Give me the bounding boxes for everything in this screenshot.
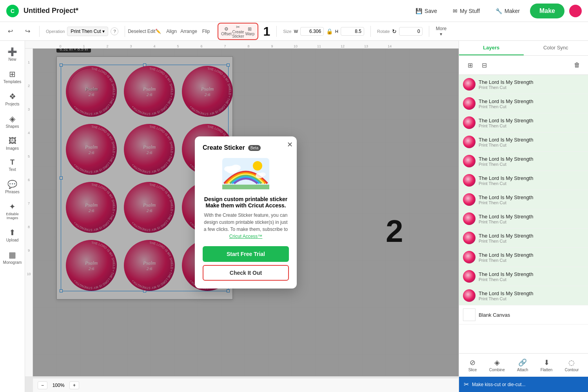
sidebar-item-phrases[interactable]: 💬 Phrases [2, 176, 24, 197]
contour-button[interactable]: ◌ Contour [562, 357, 582, 374]
layer-sub: Print Then Cut [479, 277, 584, 282]
zoom-in-button[interactable]: + [69, 381, 79, 389]
popup-overlay[interactable]: Create Sticker Beta ✕ [33, 49, 459, 376]
layer-sub: Print Then Cut [479, 162, 584, 167]
templates-icon: ⊞ [9, 69, 16, 79]
layer-item[interactable]: The Lord Is My Strength Print Then Cut [459, 171, 588, 190]
rotate-label: Rotate [377, 29, 390, 34]
project-title: Untitled Project* [24, 7, 405, 15]
make-button[interactable]: Make [530, 4, 564, 18]
maker-icon: 🔧 [495, 8, 502, 14]
layer-sub: Print Then Cut [479, 143, 584, 147]
maker-button[interactable]: 🔧 Maker [490, 5, 525, 17]
layer-item[interactable]: The Lord Is My Strength Print Then Cut [459, 267, 588, 286]
align-button[interactable]: Align [166, 26, 177, 37]
blank-canvas-thumbnail [463, 309, 475, 321]
sidebar-item-projects[interactable]: ❖ Projects [2, 89, 24, 109]
layer-item[interactable]: The Lord Is My Strength Print Then Cut [459, 209, 588, 229]
rotate-input[interactable] [399, 27, 423, 36]
flatten-button[interactable]: ⬇ Flatten [537, 357, 556, 374]
right-sidebar-tabs: Layers Color Sync [459, 41, 588, 56]
layers-list: The Lord Is My Strength Print Then Cut T… [459, 75, 588, 353]
cricut-access-link[interactable]: Cricut Access™ [229, 234, 263, 239]
layer-name: The Lord Is My Strength [479, 98, 584, 104]
bottom-panel: ⊘ Slice ◈ Combine 🔗 Attach ⬇ Flatten ◌ C… [459, 353, 588, 377]
layer-item[interactable]: The Lord Is My Strength Print Then Cut [459, 286, 588, 305]
width-input[interactable] [300, 27, 324, 36]
create-sticker-popup: Create Sticker Beta ✕ [195, 136, 297, 289]
combine-button[interactable]: ◈ Combine [486, 357, 508, 374]
undo-button[interactable]: ↩ [5, 26, 16, 37]
operation-select[interactable]: Print Then Cut ▾ [67, 27, 108, 36]
shapes-icon: ◈ [9, 114, 15, 123]
layer-thumbnail [463, 232, 475, 244]
offset-button[interactable]: ⚙ Offset [221, 26, 232, 36]
svg-point-18 [224, 166, 232, 172]
size-label: Size [283, 29, 291, 34]
toolbar: ↩ ↪ Operation Print Then Cut ▾ ? Deselec… [0, 22, 588, 41]
zoom-out-button[interactable]: − [38, 381, 47, 389]
layer-sub: Print Then Cut [479, 296, 584, 301]
layer-item[interactable]: The Lord Is My Strength Print Then Cut [459, 113, 588, 132]
layer-item[interactable]: The Lord Is My Strength Print Then Cut [459, 248, 588, 267]
kiss-cut-bar[interactable]: ✂ Make kiss-cut or die-cut... [459, 377, 588, 392]
canvas-content[interactable]: 6.31 in × 8.5 in [33, 49, 459, 376]
flip-button[interactable]: Flip [200, 26, 211, 37]
redo-button[interactable]: ↪ [22, 26, 33, 37]
step2-badge: 2 [386, 213, 403, 249]
ungroup-layers-button[interactable]: ⊟ [478, 59, 490, 71]
layer-name: The Lord Is My Strength [479, 175, 584, 181]
popup-title: Create Sticker [203, 144, 245, 151]
arrange-button[interactable]: Arrange [183, 26, 194, 37]
slice-button[interactable]: ⊘ Slice [465, 357, 480, 374]
popup-body: With the Create Sticker feature, you can… [203, 212, 289, 240]
sidebar-item-text[interactable]: T Text [2, 155, 24, 175]
start-free-trial-button[interactable]: Start Free Trial [203, 246, 289, 262]
more-button[interactable]: More ▾ [436, 26, 446, 37]
edit-button[interactable]: Edit ✏️ [149, 26, 160, 37]
sidebar-item-new[interactable]: ➕ New [2, 44, 24, 65]
sidebar-item-editable-images[interactable]: ✦ Editable Images [2, 199, 24, 223]
layer-name: The Lord Is My Strength [479, 194, 584, 200]
attach-button[interactable]: 🔗 Attach [514, 357, 531, 374]
cricut-logo: C [6, 5, 19, 17]
group-layers-button[interactable]: ⊞ [464, 59, 476, 71]
blank-canvas-label: Blank Canvas [479, 312, 584, 318]
layer-thumbnail [463, 136, 475, 148]
kiss-cut-label: Make kiss-cut or die-cut... [472, 382, 526, 387]
save-button[interactable]: 💾 Save [410, 5, 443, 17]
layer-item[interactable]: The Lord Is My Strength Print Then Cut [459, 152, 588, 171]
layer-item[interactable]: The Lord Is My Strength Print Then Cut [459, 190, 588, 209]
height-input[interactable] [341, 27, 364, 36]
layer-thumbnail [463, 270, 475, 283]
tab-color-sync[interactable]: Color Sync [524, 41, 588, 55]
layer-thumbnail [463, 174, 475, 187]
svg-point-15 [253, 161, 262, 171]
layer-item[interactable]: The Lord Is My Strength Print Then Cut [459, 229, 588, 248]
sidebar-item-images[interactable]: 🖼 Images [2, 133, 24, 154]
popup-close-button[interactable]: ✕ [287, 140, 293, 149]
tab-layers[interactable]: Layers [459, 41, 524, 55]
layer-thumbnail [463, 289, 475, 302]
layer-item[interactable]: The Lord Is My Strength Print Then Cut [459, 94, 588, 113]
sticker-icon: ✂ [236, 24, 240, 30]
my-stuff-button[interactable]: ✉ My Stuff [447, 5, 485, 17]
kiss-cut-icon: ✂ [464, 381, 469, 388]
layer-sub: Print Then Cut [479, 85, 584, 90]
phrases-icon: 💬 [7, 180, 17, 189]
sidebar-item-templates[interactable]: ⊞ Templates [2, 66, 24, 87]
layer-thumbnail [463, 116, 475, 129]
deselect-button[interactable]: Deselect [131, 26, 142, 37]
check-it-out-button[interactable]: Check It Out [203, 266, 288, 280]
sidebar-item-shapes[interactable]: ◈ Shapes [2, 111, 24, 132]
sidebar-item-upload[interactable]: ⬆ Upload [2, 225, 24, 245]
offset-icon: ⚙ [224, 26, 229, 32]
layer-item[interactable]: The Lord Is My Strength Print Then Cut [459, 75, 588, 94]
sidebar-item-monogram[interactable]: ▦ Monogram [2, 247, 24, 268]
create-sticker-button[interactable]: ✂ Create Sticker [232, 24, 243, 38]
delete-layer-button[interactable]: 🗑 [571, 59, 583, 71]
layer-item[interactable]: The Lord Is My Strength Print Then Cut [459, 132, 588, 152]
warp-button[interactable]: ⊞ Warp [244, 26, 255, 36]
zoom-level: 100% [51, 383, 66, 388]
operation-help-button[interactable]: ? [111, 27, 118, 35]
